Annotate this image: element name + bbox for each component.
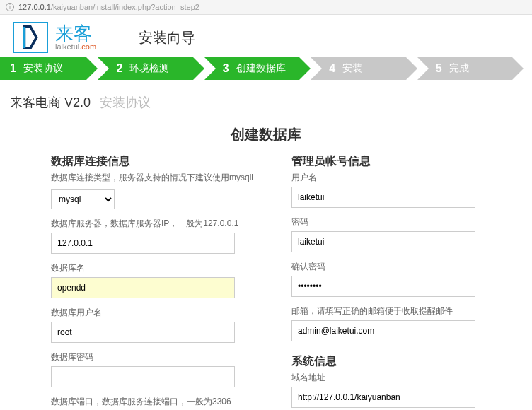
brand: 来客 laiketui.com xyxy=(55,24,96,51)
step-number: 2 xyxy=(116,62,122,75)
step-1: 1安装协议 xyxy=(0,57,86,80)
logo xyxy=(13,22,48,53)
brand-domain: laiketui.com xyxy=(55,42,96,51)
browser-address-bar: i 127.0.0.1/kaiyuanban/install/index.php… xyxy=(0,0,532,15)
db-pwd-input[interactable] xyxy=(51,366,235,387)
site-url-input[interactable] xyxy=(291,387,475,408)
step-label: 完成 xyxy=(449,62,469,75)
admin-column: 管理员帐号信息 用户名 密码 确认密码 邮箱，请填写正确的邮箱便于收取提醒邮件 … xyxy=(291,154,504,410)
admin-section-title: 管理员帐号信息 xyxy=(291,154,504,169)
step-number: 4 xyxy=(329,62,335,75)
db-driver-select[interactable]: mysqlmysqli xyxy=(51,189,115,209)
db-host-input[interactable] xyxy=(51,233,235,254)
page-title: 创建数据库 xyxy=(0,125,532,144)
url-text: 127.0.0.1/kaiyuanban/install/index.php?a… xyxy=(18,3,200,11)
db-port-label: 数据库端口，数据库服务连接端口，一般为3306 xyxy=(51,396,263,408)
admin-pwd2-label: 确认密码 xyxy=(291,261,504,273)
step-bar: 1安装协议2环境检测3创建数据库4安装5完成 xyxy=(0,57,532,80)
db-name-input[interactable] xyxy=(51,277,235,298)
step-4: 4安装 xyxy=(311,57,405,80)
wizard-title: 安装向导 xyxy=(139,28,195,47)
product-name: 来客电商 V2.0 xyxy=(10,95,91,110)
brand-name: 来客 xyxy=(55,24,96,42)
step-number: 3 xyxy=(223,62,229,75)
admin-email-input[interactable] xyxy=(291,320,475,341)
db-user-input[interactable] xyxy=(51,322,235,343)
admin-pwd2-input[interactable] xyxy=(291,276,475,297)
sub-heading: 来客电商 V2.0 安装协议 xyxy=(0,88,532,122)
step-label: 安装协议 xyxy=(23,62,63,75)
admin-pwd-input[interactable] xyxy=(291,231,475,252)
form-area: 数据库连接信息 数据库连接类型，服务器支持的情况下建议使用mysqli mysq… xyxy=(0,154,532,410)
header: 来客 laiketui.com 安装向导 xyxy=(0,15,532,57)
step-3: 3创建数据库 xyxy=(204,57,299,80)
step-label: 安装 xyxy=(342,62,362,75)
db-name-label: 数据库名 xyxy=(51,262,263,274)
step-number: 1 xyxy=(10,62,16,75)
info-icon: i xyxy=(6,3,14,11)
db-host-label: 数据库服务器，数据库服务器IP，一般为127.0.0.1 xyxy=(51,218,263,230)
db-user-label: 数据库用户名 xyxy=(51,307,263,319)
logo-icon xyxy=(19,25,42,50)
admin-pwd-label: 密码 xyxy=(291,216,504,228)
admin-user-label: 用户名 xyxy=(291,172,504,184)
site-url-label: 域名地址 xyxy=(291,372,504,384)
admin-email-label: 邮箱，请填写正确的邮箱便于收取提醒邮件 xyxy=(291,305,504,317)
system-section-title: 系统信息 xyxy=(291,354,504,369)
step-5: 5完成 xyxy=(417,57,512,80)
step-label: 创建数据库 xyxy=(236,62,286,75)
db-section-title: 数据库连接信息 xyxy=(51,154,263,169)
db-column: 数据库连接信息 数据库连接类型，服务器支持的情况下建议使用mysqli mysq… xyxy=(51,154,263,410)
sub-muted: 安装协议 xyxy=(100,95,151,110)
step-number: 5 xyxy=(436,62,442,75)
step-2: 2环境检测 xyxy=(98,57,192,80)
db-driver-hint: 数据库连接类型，服务器支持的情况下建议使用mysqli xyxy=(51,172,263,184)
admin-user-input[interactable] xyxy=(291,187,475,208)
db-pwd-label: 数据库密码 xyxy=(51,351,263,363)
step-label: 环境检测 xyxy=(129,62,169,75)
